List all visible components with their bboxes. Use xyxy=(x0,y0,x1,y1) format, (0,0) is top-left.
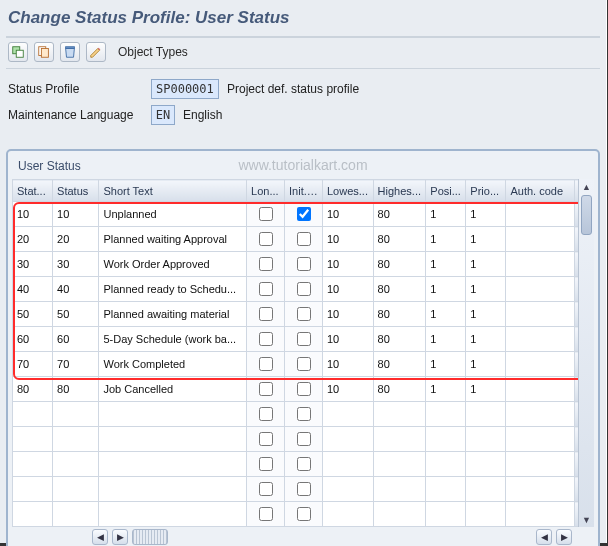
table-cell[interactable] xyxy=(285,377,323,402)
initial-status-checkbox[interactable] xyxy=(297,307,311,321)
hscroll-right-1[interactable]: ▶ xyxy=(112,529,128,545)
table-row[interactable]: 5050Planned awaiting material108011 xyxy=(13,302,594,327)
table-cell[interactable]: 1 xyxy=(466,327,506,352)
table-cell[interactable]: 1 xyxy=(466,277,506,302)
long-text-checkbox[interactable] xyxy=(259,382,273,396)
table-cell[interactable] xyxy=(506,302,575,327)
user-status-table[interactable]: Stat... Status Short Text Lon... Init. .… xyxy=(12,179,594,527)
table-cell[interactable] xyxy=(285,452,323,477)
table-cell[interactable] xyxy=(506,252,575,277)
table-cell[interactable]: 20 xyxy=(13,227,53,252)
table-cell[interactable]: Unplanned xyxy=(99,202,247,227)
table-row[interactable] xyxy=(13,477,594,502)
table-row[interactable]: 60605-Day Schedule (work ba...108011 xyxy=(13,327,594,352)
table-cell[interactable] xyxy=(426,427,466,452)
table-cell[interactable] xyxy=(506,452,575,477)
table-cell[interactable] xyxy=(247,227,285,252)
table-cell[interactable]: 1 xyxy=(466,302,506,327)
table-cell[interactable] xyxy=(285,502,323,527)
scroll-up-arrow[interactable]: ▲ xyxy=(579,179,594,194)
table-cell[interactable] xyxy=(247,327,285,352)
table-cell[interactable]: 1 xyxy=(466,377,506,402)
object-types-label[interactable]: Object Types xyxy=(112,45,188,59)
table-row[interactable]: 1010Unplanned108011 xyxy=(13,202,594,227)
table-cell[interactable]: Planned ready to Schedu... xyxy=(99,277,247,302)
table-cell[interactable]: 1 xyxy=(426,202,466,227)
table-cell[interactable]: Work Completed xyxy=(99,352,247,377)
table-cell[interactable] xyxy=(99,502,247,527)
table-cell[interactable] xyxy=(426,477,466,502)
long-text-checkbox[interactable] xyxy=(259,432,273,446)
table-cell[interactable] xyxy=(373,427,426,452)
table-cell[interactable]: 1 xyxy=(426,377,466,402)
table-cell[interactable]: 80 xyxy=(53,377,99,402)
table-cell[interactable]: 70 xyxy=(53,352,99,377)
table-cell[interactable]: 80 xyxy=(373,377,426,402)
table-cell[interactable]: 5-Day Schedule (work ba... xyxy=(99,327,247,352)
table-cell[interactable]: 80 xyxy=(373,327,426,352)
initial-status-checkbox[interactable] xyxy=(297,232,311,246)
table-cell[interactable]: 80 xyxy=(373,277,426,302)
initial-status-checkbox[interactable] xyxy=(297,332,311,346)
table-row[interactable] xyxy=(13,502,594,527)
table-row[interactable] xyxy=(13,402,594,427)
table-cell[interactable] xyxy=(373,452,426,477)
initial-status-checkbox[interactable] xyxy=(297,207,311,221)
col-statnr[interactable]: Stat... xyxy=(13,180,53,202)
table-row[interactable]: 8080Job Cancelled108011 xyxy=(13,377,594,402)
initial-status-checkbox[interactable] xyxy=(297,257,311,271)
table-cell[interactable] xyxy=(247,377,285,402)
table-cell[interactable] xyxy=(285,202,323,227)
table-cell[interactable]: 10 xyxy=(322,302,373,327)
table-cell[interactable]: 1 xyxy=(426,227,466,252)
table-cell[interactable]: 60 xyxy=(53,327,99,352)
table-cell[interactable]: 10 xyxy=(322,227,373,252)
table-cell[interactable] xyxy=(13,402,53,427)
long-text-checkbox[interactable] xyxy=(259,357,273,371)
table-cell[interactable] xyxy=(247,352,285,377)
col-status[interactable]: Status xyxy=(53,180,99,202)
table-cell[interactable] xyxy=(247,202,285,227)
table-cell[interactable] xyxy=(466,502,506,527)
initial-status-checkbox[interactable] xyxy=(297,382,311,396)
table-row[interactable]: 4040Planned ready to Schedu...108011 xyxy=(13,277,594,302)
change-icon[interactable] xyxy=(86,42,106,62)
table-cell[interactable]: 80 xyxy=(373,252,426,277)
initial-status-checkbox[interactable] xyxy=(297,507,311,521)
table-cell[interactable]: 10 xyxy=(53,202,99,227)
table-cell[interactable] xyxy=(506,502,575,527)
col-lowest[interactable]: Lowes... xyxy=(322,180,373,202)
long-text-checkbox[interactable] xyxy=(259,232,273,246)
table-cell[interactable]: 10 xyxy=(322,202,373,227)
table-cell[interactable] xyxy=(285,402,323,427)
table-cell[interactable]: 1 xyxy=(426,302,466,327)
table-cell[interactable]: 1 xyxy=(426,327,466,352)
table-cell[interactable] xyxy=(285,277,323,302)
table-cell[interactable]: Job Cancelled xyxy=(99,377,247,402)
table-cell[interactable] xyxy=(99,477,247,502)
table-cell[interactable] xyxy=(247,402,285,427)
table-cell[interactable] xyxy=(99,452,247,477)
table-cell[interactable]: 80 xyxy=(373,227,426,252)
scroll-down-arrow[interactable]: ▼ xyxy=(579,512,594,527)
copy-icon[interactable] xyxy=(34,42,54,62)
table-cell[interactable] xyxy=(13,452,53,477)
table-cell[interactable] xyxy=(247,452,285,477)
long-text-checkbox[interactable] xyxy=(259,507,273,521)
table-cell[interactable]: 50 xyxy=(53,302,99,327)
long-text-checkbox[interactable] xyxy=(259,282,273,296)
table-cell[interactable] xyxy=(53,477,99,502)
table-cell[interactable] xyxy=(247,277,285,302)
table-cell[interactable]: 1 xyxy=(426,277,466,302)
table-cell[interactable] xyxy=(285,352,323,377)
table-cell[interactable]: 40 xyxy=(13,277,53,302)
table-cell[interactable]: 1 xyxy=(426,352,466,377)
long-text-checkbox[interactable] xyxy=(259,307,273,321)
col-init[interactable]: Init. ... xyxy=(285,180,323,202)
hscroll-left-2[interactable]: ◀ xyxy=(536,529,552,545)
table-cell[interactable]: 80 xyxy=(373,302,426,327)
table-cell[interactable] xyxy=(506,202,575,227)
table-cell[interactable] xyxy=(285,252,323,277)
table-cell[interactable] xyxy=(506,377,575,402)
initial-status-checkbox[interactable] xyxy=(297,357,311,371)
